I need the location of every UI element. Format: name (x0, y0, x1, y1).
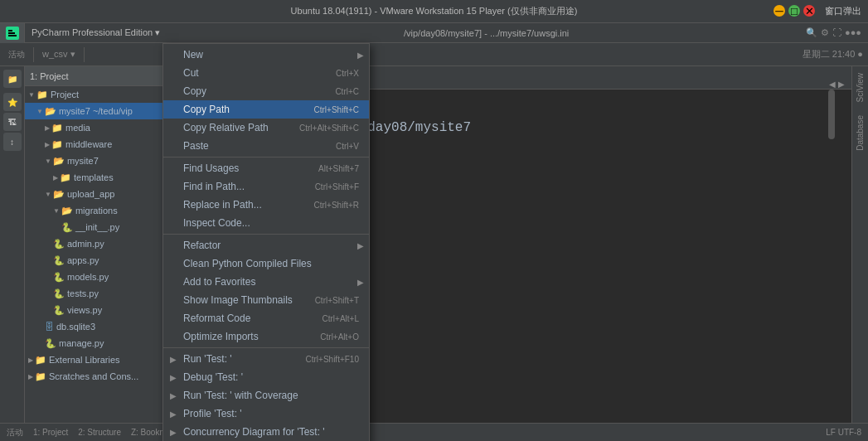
main-layout: 📁 ⭐ 🏗 ↕ 1: Project ▼ 📁 Project ▼ 📂 mysit… (0, 66, 868, 441)
bottom-activity[interactable]: 活动 (7, 427, 23, 439)
ctx-sep-3 (163, 347, 369, 348)
tree-item-init[interactable]: 🐍 __init__.py (25, 219, 182, 235)
ctx-reformat-code[interactable]: Reformat Code Ctrl+Alt+L (163, 309, 369, 327)
ctx-clean-python[interactable]: Clean Python Compiled Files (163, 254, 369, 273)
project-header: 1: Project (25, 66, 182, 86)
maximize-button[interactable]: □ (788, 5, 800, 17)
left-icons-panel: 📁 ⭐ 🏗 ↕ (0, 66, 25, 441)
tab-label[interactable]: PyCharm Professional Edition ▾ (25, 27, 167, 38)
tree-item-scratches[interactable]: ▶ 📁 Scratches and Cons... (25, 368, 182, 385)
ctx-optimize-imports[interactable]: Optimize Imports Ctrl+Alt+O (163, 327, 369, 346)
tree-item-tests[interactable]: 🐍 tests.py (25, 285, 182, 302)
toolbar: 活动 w_csv ▾ 星期二 21:40 ● (0, 43, 868, 66)
tree-item-project[interactable]: ▼ 📁 Project (25, 86, 182, 103)
tree-item-middleware[interactable]: ▶ 📁 middleware (25, 136, 182, 153)
tree-item-admin[interactable]: 🐍 admin.py (25, 235, 182, 252)
tree-item-models[interactable]: 🐍 models.py (25, 269, 182, 285)
app-menu-bar: PyCharm Professional Edition ▾ /vip/day0… (0, 23, 868, 43)
ctx-replace-in-path[interactable]: Replace in Path... Ctrl+Shift+R (163, 196, 369, 214)
minimize-button[interactable]: ─ (773, 5, 785, 17)
datetime: 星期二 21:40 ● (803, 48, 863, 61)
ctx-cut[interactable]: Cut Ctrl+X (163, 64, 369, 82)
bookmark-icon[interactable]: ⭐ (3, 93, 22, 111)
ctx-concurrency-diagram[interactable]: ▶ Concurrency Diagram for 'Test: ' (163, 423, 369, 441)
bottom-structure[interactable]: 2: Structure (78, 428, 121, 437)
tree-item-mysite7[interactable]: ▼ 📂 mysite7 ~/tedu/vip (25, 103, 182, 119)
ctx-copy-relative-path[interactable]: Copy Relative Path Ctrl+Alt+Shift+C (163, 119, 369, 137)
ctx-show-thumbnails[interactable]: Show Image Thumbnails Ctrl+Shift+T (163, 291, 369, 309)
activity-label: 活动 (5, 49, 28, 61)
tree-item-manage[interactable]: 🐍 manage.py (25, 335, 182, 351)
context-menu: New ▶ Cut Ctrl+X Copy Ctrl+C Copy Path C… (162, 43, 370, 441)
pycharm-logo[interactable] (0, 23, 25, 43)
ctx-find-usages[interactable]: Find Usages Alt+Shift+7 (163, 159, 369, 177)
separator-1 (33, 47, 34, 62)
close-button[interactable]: ✕ (803, 5, 815, 17)
tab-arrows[interactable]: ◀ ▶ (829, 80, 845, 89)
tree-item-ext-libs[interactable]: ▶ 📁 External Libraries (25, 351, 182, 368)
svg-rect-1 (8, 35, 17, 36)
ctx-sep-1 (163, 157, 369, 158)
bottom-bar: 活动 1: Project 2: Structure Z: Bookmarks … (0, 423, 868, 441)
tree-item-mysite7-sub[interactable]: ▼ 📂 mysite7 (25, 153, 182, 169)
window-controls[interactable]: ─ □ ✕ 窗口弹出 (773, 5, 861, 17)
ctx-copy-path[interactable]: Copy Path Ctrl+Shift+C (163, 100, 369, 119)
project-icon[interactable]: 📁 (3, 70, 22, 88)
settings-icon[interactable]: ⚙ (821, 27, 829, 38)
ctx-sep-2 (163, 234, 369, 235)
bottom-project[interactable]: 1: Project (33, 428, 68, 437)
ctx-debug-test[interactable]: ▶ Debug 'Test: ' (163, 368, 369, 386)
svg-rect-2 (8, 30, 12, 32)
ctx-profile-test[interactable]: ▶ Profile 'Test: ' (163, 405, 369, 423)
separator-2 (84, 47, 85, 62)
sciview-tab[interactable]: SciView (854, 66, 866, 109)
right-tabs-panel: SciView Database (851, 66, 868, 441)
tree-item-views[interactable]: 🐍 views.py (25, 302, 182, 318)
ctx-copy[interactable]: Copy Ctrl+C (163, 82, 369, 100)
tree-item-apps[interactable]: 🐍 apps.py (25, 252, 182, 269)
tree-item-templates[interactable]: ▶ 📁 templates (25, 169, 182, 186)
structure-icon[interactable]: 🏗 (3, 113, 22, 131)
database-tab[interactable]: Database (854, 109, 866, 158)
expand-icon[interactable]: ⛶ (832, 27, 841, 38)
title-text: Ubuntu 18.04(1911) - VMware Workstation … (7, 5, 861, 17)
dots: ●●● (845, 27, 861, 38)
tree-item-media[interactable]: ▶ 📁 media (25, 119, 182, 136)
ctx-find-in-path[interactable]: Find in Path... Ctrl+Shift+F (163, 177, 369, 196)
ctx-run-coverage[interactable]: ▶ Run 'Test: ' with Coverage (163, 386, 369, 405)
title-bar: Ubuntu 18.04(1911) - VMware Workstation … (0, 0, 868, 23)
ctx-run-test[interactable]: ▶ Run 'Test: ' Ctrl+Shift+F10 (163, 350, 369, 368)
ctx-add-favorites[interactable]: Add to Favorites ▶ (163, 273, 369, 291)
ctx-new[interactable]: New ▶ (163, 46, 369, 64)
project-panel: 1: Project ▼ 📁 Project ▼ 📂 mysite7 ~/ted… (25, 66, 182, 441)
search-icon[interactable]: 🔍 (806, 27, 817, 38)
ctx-paste[interactable]: Paste Ctrl+V (163, 137, 369, 155)
line-ending: LF UTF-8 (826, 428, 861, 437)
tree-item-upload-app[interactable]: ▼ 📂 upload_app (25, 186, 182, 202)
vcs-icon[interactable]: ↕ (3, 133, 22, 151)
ctx-inspect-code[interactable]: Inspect Code... (163, 214, 369, 232)
svg-rect-3 (8, 32, 15, 34)
breadcrumb[interactable]: w_csv ▾ (39, 49, 79, 60)
header-icons: 🔍 ⚙ ⛶ ●●● (806, 27, 868, 38)
scrollbar-track (828, 90, 835, 441)
notify-button[interactable]: 窗口弹出 (825, 5, 861, 17)
tree-item-migrations[interactable]: ▼ 📂 migrations (25, 202, 182, 219)
tree-item-db[interactable]: 🗄 db.sqlite3 (25, 318, 182, 335)
ctx-refactor[interactable]: Refactor ▶ (163, 236, 369, 254)
scrollbar-thumb[interactable] (828, 90, 835, 139)
header-path: /vip/day08/mysite7] - .../mysite7/uwsgi.… (167, 28, 806, 38)
